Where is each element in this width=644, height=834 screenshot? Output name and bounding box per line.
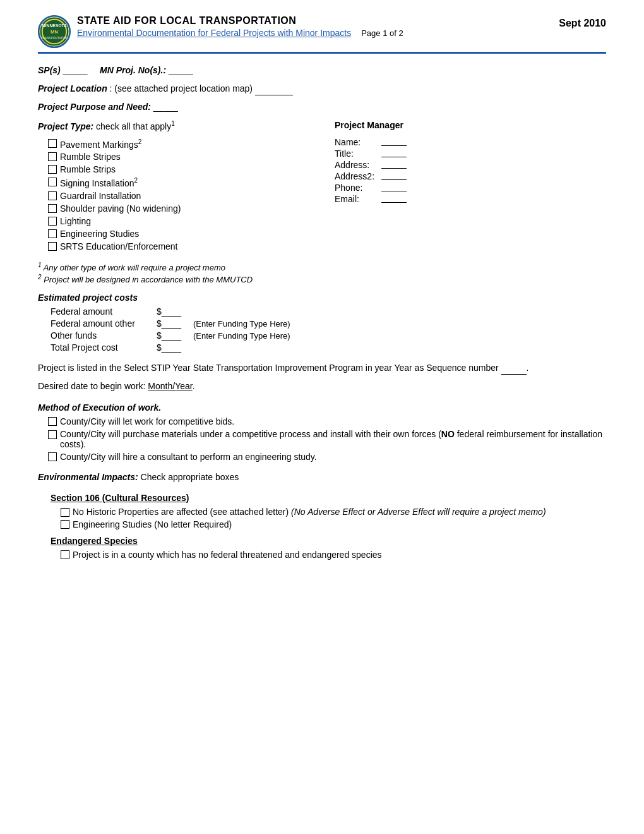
checkbox-rumble-strips: Rumble Strips (48, 164, 309, 174)
pm-email-blank (381, 194, 407, 203)
checkbox-srts: SRTS Education/Enforcement (48, 241, 309, 251)
checkbox-icon[interactable] (48, 452, 57, 461)
endangered-header: Endangered Species (51, 536, 606, 546)
page-info: Page 1 of 2 (361, 28, 403, 38)
pm-address-blank (381, 160, 407, 169)
cost-other-funds-amount: $____ (157, 330, 188, 341)
project-type-header-line: Project Type: check all that apply1 (38, 119, 309, 133)
checkbox-icon[interactable] (48, 417, 57, 426)
checkbox-icon[interactable] (48, 152, 57, 161)
section106-section: Section 106 (Cultural Resources) No Hist… (51, 493, 606, 529)
checkbox-icon[interactable] (61, 550, 69, 559)
section106-item-2-text: Engineering Studies (No letter Required) (73, 519, 232, 529)
pm-address2-row: Address2: (335, 171, 606, 181)
checkbox-engineering-studies: Engineering Studies (48, 229, 309, 239)
method-item-1: County/City will let work for competitiv… (60, 416, 234, 426)
no-bold: NO (441, 429, 455, 439)
desired-date-text: Desired date to begin work: Month/Year. (38, 380, 606, 394)
stip-text: Project is listed in the Select STIP Yea… (38, 361, 606, 375)
method-item-3: County/City will hire a consultant to pe… (60, 452, 317, 462)
section106-no-historic: No Historic Properties are affected (see… (61, 507, 606, 517)
pm-name-blank (381, 137, 407, 146)
pm-header: Project Manager (335, 119, 606, 132)
checkbox-icon[interactable] (48, 229, 57, 238)
section106-header: Section 106 (Cultural Resources) (51, 493, 606, 503)
footnote-1: 1 Any other type of work will require a … (38, 262, 606, 272)
stip-section: Project is listed in the Select STIP Yea… (38, 361, 606, 394)
mn-proj-label: MN Proj. No(s).: (100, 65, 166, 75)
header: MINNESOTA MN TRANSPORTATION STATE AID FO… (38, 15, 606, 54)
checkbox-icon[interactable] (48, 191, 57, 200)
cost-federal-other: Federal amount other $____ (Enter Fundin… (51, 318, 606, 329)
pm-email-label: Email: (335, 194, 379, 204)
cost-other-funds: Other funds $____ (Enter Funding Type He… (51, 330, 606, 341)
cost-federal-other-note: (Enter Funding Type Here) (193, 319, 290, 329)
project-type-sublabel: check all that apply (96, 121, 171, 131)
item-label: Shoulder paving (No widening) (60, 203, 181, 214)
page: MINNESOTA MN TRANSPORTATION STATE AID FO… (0, 0, 644, 834)
checkbox-guardrail: Guardrail Installation (48, 191, 309, 201)
method-item-2: County/City will purchase materials unde… (60, 429, 606, 449)
pm-address-row: Address: (335, 160, 606, 170)
method-header: Method of Execution of work. (38, 402, 606, 413)
item-label: Engineering Studies (60, 229, 139, 239)
pm-phone-row: Phone: (335, 183, 606, 193)
checkbox-icon[interactable] (61, 508, 69, 517)
cost-federal-other-amount: $____ (157, 318, 188, 329)
cost-federal-other-label: Federal amount other (51, 318, 152, 329)
project-location-line: Project Location : (see attached project… (38, 82, 606, 95)
main-title: STATE AID FOR LOCAL TRANSPORTATION (77, 15, 403, 27)
svg-text:TRANSPORTATION: TRANSPORTATION (40, 37, 68, 40)
pm-name-row: Name: (335, 137, 606, 147)
checkbox-signing-installation: Signing Installation2 (48, 177, 309, 188)
item-label: SRTS Education/Enforcement (60, 241, 178, 251)
section106-item-1-italic: (No Adverse Effect or Adverse Effect wil… (291, 507, 546, 517)
item-label: Pavement Markings2 (60, 138, 141, 150)
sp-line: SP(s) _____ MN Proj. No(s).: _____ (38, 64, 606, 77)
pm-name-label: Name: (335, 137, 379, 147)
endangered-item-1: Project is in a county which has no fede… (61, 550, 606, 560)
project-type-col: Project Type: check all that apply1 Pave… (38, 119, 309, 254)
cost-other-funds-note: (Enter Funding Type Here) (193, 331, 290, 341)
env-impacts-section: Environmental Impacts: Check appropriate… (38, 471, 606, 484)
env-impacts-label: Environmental Impacts: (38, 472, 138, 482)
pm-address2-blank (381, 171, 407, 180)
checkbox-pavement-markings: Pavement Markings2 (48, 138, 309, 150)
footnote-2: 2 Project will be designed in accordance… (38, 274, 606, 284)
desired-date-value: Month/Year (148, 381, 192, 391)
item-label: Lighting (60, 216, 91, 226)
checkbox-lighting: Lighting (48, 216, 309, 226)
project-type-manager-section: Project Type: check all that apply1 Pave… (38, 119, 606, 254)
project-location-blank (255, 87, 293, 95)
method-own-forces: County/City will purchase materials unde… (48, 429, 606, 449)
cost-total-amount: $____ (157, 342, 188, 353)
method-consultant: County/City will hire a consultant to pe… (48, 452, 606, 462)
pm-address2-label: Address2: (335, 171, 379, 181)
checkbox-shoulder-paving: Shoulder paving (No widening) (48, 203, 309, 214)
checkbox-icon[interactable] (48, 165, 57, 174)
pm-title-label: Title: (335, 148, 379, 159)
header-right: Sept 2010 (559, 15, 606, 29)
pm-phone-label: Phone: (335, 183, 379, 193)
costs-table: Federal amount $____ Federal amount othe… (51, 306, 606, 353)
mn-logo: MINNESOTA MN TRANSPORTATION (38, 15, 71, 48)
project-purpose-label: Project Purpose and Need: (38, 102, 151, 112)
checkbox-icon[interactable] (48, 430, 57, 439)
header-titles: STATE AID FOR LOCAL TRANSPORTATION Envir… (77, 15, 403, 38)
footnotes: 1 Any other type of work will require a … (38, 262, 606, 285)
checkbox-icon[interactable] (48, 204, 57, 213)
checkbox-icon[interactable] (48, 139, 57, 148)
item-label: Guardrail Installation (60, 191, 141, 201)
project-location-text: : (see attached project location map) (110, 83, 253, 94)
checkbox-icon[interactable] (48, 178, 57, 186)
subtitle: Environmental Documentation for Federal … (77, 28, 351, 38)
project-type-sup: 1 (171, 120, 175, 127)
cost-federal-label: Federal amount (51, 306, 152, 317)
checkbox-icon[interactable] (61, 520, 69, 529)
cost-total-label: Total Project cost (51, 342, 152, 353)
pm-title-blank (381, 148, 407, 157)
checkbox-icon[interactable] (48, 242, 57, 251)
cost-other-funds-label: Other funds (51, 330, 152, 341)
checkbox-icon[interactable] (48, 217, 57, 226)
project-location-label: Project Location (38, 83, 107, 94)
